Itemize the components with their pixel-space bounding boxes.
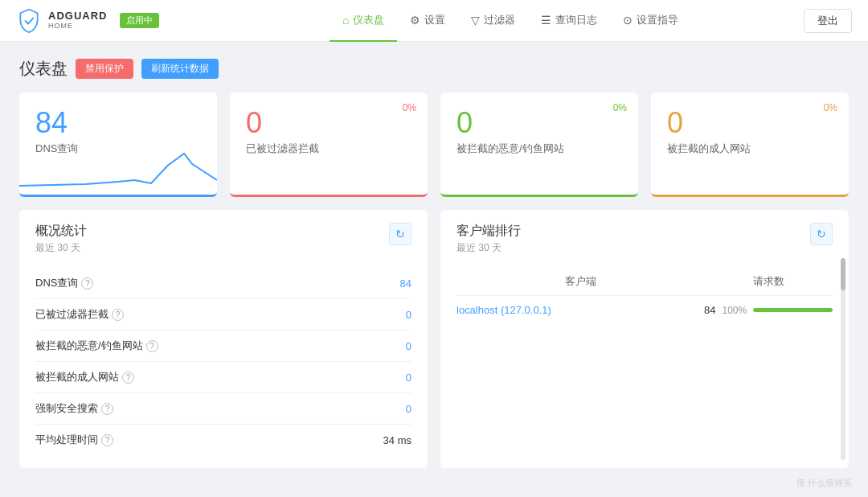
- help-icon[interactable]: ?: [146, 340, 158, 352]
- stat-filtered-value: 0: [246, 105, 411, 140]
- nav-settings[interactable]: ⚙ 设置: [397, 0, 458, 42]
- stat-card-filtered: 0% 0 已被过滤器拦截: [230, 92, 428, 197]
- stat-filtered-label: 已被过滤器拦截: [246, 142, 411, 156]
- stats-cards: 84 DNS查询 0% 0 已被过滤器拦截 0% 0 被拦截的恶意/钓鱼网站 0…: [19, 92, 849, 197]
- overview-panel-header: 概况统计 最近 30 天 ↻: [35, 223, 411, 255]
- overview-row-label: 强制安全搜索?: [35, 393, 341, 425]
- stat-card-malware: 0% 0 被拦截的恶意/钓鱼网站: [440, 92, 638, 197]
- logo-title: ADGUARD: [48, 10, 107, 22]
- main-nav: ⌂ 仪表盘 ⚙ 设置 ▽ 过滤器 ☰ 查询日志 ⊙ 设置指导: [169, 0, 852, 42]
- nav-filters[interactable]: ▽ 过滤器: [458, 0, 528, 42]
- overview-row-3: 被拦截的成人网站?0: [35, 362, 411, 393]
- overview-label-text: DNS查询: [35, 277, 78, 289]
- progress-bar-wrap: [753, 308, 833, 312]
- overview-subtitle: 最近 30 天: [35, 241, 87, 255]
- stat-card-dns: 84 DNS查询: [19, 92, 217, 197]
- scroll-thumb[interactable]: [841, 258, 845, 290]
- client-requests: 84 100%: [704, 296, 833, 325]
- overview-row-value: 0: [341, 331, 411, 362]
- overview-label-text: 强制安全搜索: [35, 402, 98, 414]
- page-content: 仪表盘 禁用保护 刷新统计数据 84 DNS查询 0% 0 已被过滤器拦截 0%…: [0, 42, 868, 484]
- clients-table: 客户端 请求数 localhost (127.0.0.1) 84 100%: [457, 268, 833, 324]
- refresh-stats-button[interactable]: 刷新统计数据: [141, 59, 219, 79]
- stat-adult-percent: 0%: [824, 102, 837, 113]
- logo-area: ADGUARD HOME 启用中: [16, 8, 159, 34]
- help-icon[interactable]: ?: [101, 434, 113, 446]
- help-icon[interactable]: ?: [112, 309, 124, 321]
- header-right: 登出: [804, 9, 852, 33]
- dns-chart: [19, 150, 217, 190]
- overview-row-1: 已被过滤器拦截?0: [35, 299, 411, 331]
- nav-dashboard[interactable]: ⌂ 仪表盘: [330, 0, 397, 42]
- guide-icon: ⊙: [623, 14, 633, 27]
- page-header: 仪表盘 禁用保护 刷新统计数据: [19, 58, 849, 80]
- stat-adult-value: 0: [667, 105, 833, 140]
- overview-refresh-button[interactable]: ↻: [389, 223, 411, 245]
- stat-dns-value: 84: [35, 105, 201, 140]
- stat-filtered-percent: 0%: [403, 102, 416, 113]
- client-name-text[interactable]: localhost (127.0.0.1): [457, 304, 551, 316]
- stat-card-adult: 0% 0 被拦截的成人网站: [651, 92, 849, 197]
- overview-row-2: 被拦截的恶意/钓鱼网站?0: [35, 331, 411, 362]
- watermark: 值 什么值得买: [796, 477, 852, 484]
- nav-dashboard-label: 仪表盘: [353, 13, 384, 27]
- clients-panel-header: 客户端排行 最近 30 天 ↻: [457, 223, 833, 255]
- help-icon[interactable]: ?: [101, 403, 113, 415]
- nav-settings-label: 设置: [424, 13, 445, 27]
- app-header: ADGUARD HOME 启用中 ⌂ 仪表盘 ⚙ 设置 ▽ 过滤器 ☰ 查询日志…: [0, 0, 868, 42]
- overview-label-text: 平均处理时间: [35, 433, 98, 446]
- overview-row-label: DNS查询?: [35, 268, 341, 299]
- progress-bar-fill: [753, 308, 833, 312]
- nav-setup-guide-label: 设置指导: [637, 13, 678, 27]
- scroll-track[interactable]: [841, 258, 845, 460]
- overview-table: DNS查询?84已被过滤器拦截?0被拦截的恶意/钓鱼网站?0被拦截的成人网站?0…: [35, 268, 411, 455]
- col-client: 客户端: [457, 268, 704, 296]
- overview-row-value: 84: [341, 268, 411, 299]
- clients-subtitle: 最近 30 天: [457, 241, 521, 255]
- log-icon: ☰: [541, 14, 551, 27]
- stat-malware-percent: 0%: [613, 102, 627, 113]
- clients-refresh-button[interactable]: ↻: [810, 223, 833, 245]
- stat-malware-value: 0: [457, 105, 622, 140]
- overview-row-label: 已被过滤器拦截?: [35, 299, 341, 331]
- help-icon[interactable]: ?: [81, 277, 93, 290]
- clients-title-area: 客户端排行 最近 30 天: [457, 223, 521, 255]
- logo-shield-icon: [16, 8, 42, 34]
- logout-button[interactable]: 登出: [804, 9, 852, 33]
- request-count: 84: [704, 304, 715, 316]
- overview-row-4: 强制安全搜索?0: [35, 393, 411, 425]
- overview-row-value: 0: [341, 393, 411, 425]
- client-row-0: localhost (127.0.0.1) 84 100%: [457, 296, 833, 325]
- nav-setup-guide[interactable]: ⊙ 设置指导: [610, 0, 691, 42]
- logo-text: ADGUARD HOME: [48, 10, 107, 30]
- stat-adult-label: 被拦截的成人网站: [667, 142, 833, 156]
- overview-label-text: 被拦截的成人网站: [35, 371, 119, 383]
- disable-protection-button[interactable]: 禁用保护: [76, 59, 133, 79]
- overview-row-label: 被拦截的恶意/钓鱼网站?: [35, 331, 341, 362]
- clients-title: 客户端排行: [457, 223, 521, 240]
- status-badge: 启用中: [120, 13, 159, 28]
- request-cell: 84 100%: [704, 304, 833, 316]
- overview-row-value: 34 ms: [341, 425, 411, 456]
- filter-icon: ▽: [471, 14, 480, 27]
- overview-title-area: 概况统计 最近 30 天: [35, 223, 87, 255]
- overview-row-value: 0: [341, 362, 411, 393]
- overview-row-label: 平均处理时间?: [35, 425, 341, 456]
- overview-label-text: 被拦截的恶意/钓鱼网站: [35, 339, 143, 351]
- stat-malware-label: 被拦截的恶意/钓鱼网站: [457, 142, 622, 156]
- logo-sub: HOME: [48, 23, 107, 31]
- overview-title: 概况统计: [35, 223, 87, 240]
- overview-row-label: 被拦截的成人网站?: [35, 362, 341, 393]
- clients-panel: 客户端排行 最近 30 天 ↻ 客户端 请求数 localhost (127.0…: [440, 210, 849, 468]
- nav-query-log-label: 查询日志: [555, 13, 597, 27]
- request-pct: 100%: [723, 305, 747, 316]
- nav-query-log[interactable]: ☰ 查询日志: [528, 0, 610, 42]
- help-icon[interactable]: ?: [122, 372, 134, 384]
- settings-icon: ⚙: [410, 14, 420, 27]
- bottom-section: 概况统计 最近 30 天 ↻ DNS查询?84已被过滤器拦截?0被拦截的恶意/钓…: [19, 210, 849, 468]
- overview-panel: 概况统计 最近 30 天 ↻ DNS查询?84已被过滤器拦截?0被拦截的恶意/钓…: [19, 210, 428, 468]
- overview-label-text: 已被过滤器拦截: [35, 308, 108, 320]
- overview-row-value: 0: [341, 299, 411, 331]
- page-title: 仪表盘: [19, 58, 68, 80]
- col-requests: 请求数: [704, 268, 833, 296]
